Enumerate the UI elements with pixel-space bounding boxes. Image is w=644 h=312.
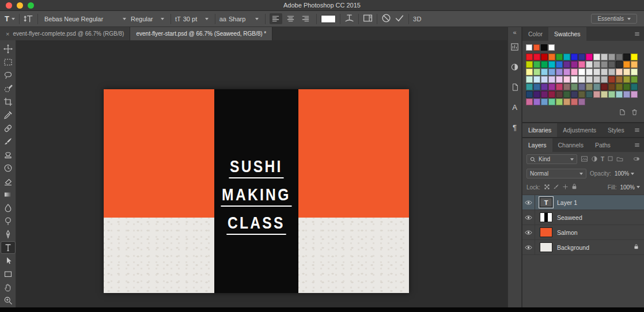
color-swatch[interactable] — [556, 98, 563, 105]
eyedropper-tool[interactable] — [1, 109, 16, 121]
tab-event-flyer-complete[interactable]: × event-flyer-complete.psd @ 66.7% (RGB/… — [0, 27, 130, 40]
tab-swatches[interactable]: Swatches — [548, 27, 586, 41]
color-swatch[interactable] — [571, 69, 578, 75]
color-swatch[interactable] — [563, 69, 570, 75]
color-swatch[interactable] — [623, 69, 630, 75]
color-swatch[interactable] — [586, 61, 593, 68]
tab-libraries[interactable]: Libraries — [522, 123, 557, 137]
color-swatch[interactable] — [541, 54, 548, 60]
gradient-tool[interactable] — [1, 188, 16, 201]
layer-name[interactable]: Salmon — [557, 229, 644, 236]
panel-menu-icon[interactable] — [630, 27, 644, 41]
opacity-control[interactable]: 100% — [615, 170, 635, 177]
color-swatch[interactable] — [631, 61, 638, 68]
color-swatch[interactable] — [548, 61, 555, 68]
lasso-tool[interactable] — [1, 69, 16, 82]
color-swatch[interactable] — [533, 98, 540, 105]
color-swatch[interactable] — [608, 54, 615, 60]
color-swatch[interactable] — [578, 69, 585, 75]
color-swatch[interactable] — [616, 69, 623, 75]
toggle-panels-button[interactable] — [363, 13, 373, 24]
font-style-select[interactable]: Regular — [128, 14, 166, 24]
font-size-select[interactable]: 30 pt — [181, 14, 211, 24]
color-swatch[interactable] — [556, 69, 563, 75]
3d-button[interactable]: 3D — [413, 16, 422, 22]
zoom-tool[interactable] — [1, 294, 16, 307]
color-swatch[interactable] — [616, 91, 623, 98]
workspace-switcher[interactable]: Essentials — [591, 14, 637, 24]
color-swatch[interactable] — [623, 61, 630, 68]
tool-preset-picker[interactable]: T — [5, 14, 15, 23]
tab-paths[interactable]: Paths — [589, 138, 616, 152]
color-swatch[interactable] — [578, 83, 585, 90]
color-swatch[interactable] — [616, 54, 623, 60]
cancel-edits-button[interactable] — [381, 13, 391, 24]
color-swatch[interactable] — [586, 54, 593, 60]
color-swatch[interactable] — [556, 83, 563, 90]
layer-thumbnail-salmon[interactable] — [540, 227, 552, 237]
visibility-toggle[interactable] — [522, 225, 535, 239]
color-swatch[interactable] — [601, 76, 608, 83]
color-swatch[interactable] — [526, 76, 533, 83]
visibility-toggle[interactable] — [522, 210, 535, 225]
color-swatch[interactable] — [548, 54, 555, 60]
layer-row-salmon[interactable]: Salmon — [522, 225, 644, 240]
lock-all-icon[interactable] — [571, 183, 577, 191]
color-swatch[interactable] — [563, 98, 570, 105]
paragraph-panel-icon[interactable]: ¶ — [509, 121, 521, 134]
color-swatch[interactable] — [623, 54, 630, 60]
type-tool[interactable] — [1, 241, 16, 254]
color-swatch[interactable] — [526, 98, 533, 105]
color-swatch[interactable] — [541, 69, 548, 75]
text-color-swatch[interactable] — [321, 15, 336, 23]
filter-type-layers-icon[interactable]: T — [601, 156, 604, 162]
color-swatch[interactable] — [541, 83, 548, 90]
color-swatch[interactable] — [593, 83, 600, 90]
color-swatch[interactable] — [593, 69, 600, 75]
color-swatch[interactable] — [571, 54, 578, 60]
quick-selection-tool[interactable] — [1, 82, 16, 95]
color-swatch[interactable] — [526, 44, 532, 51]
color-swatch[interactable] — [563, 76, 570, 83]
color-swatch[interactable] — [623, 76, 630, 83]
color-swatch[interactable] — [548, 98, 555, 105]
color-swatch[interactable] — [563, 91, 570, 98]
path-selection-tool[interactable] — [1, 254, 16, 267]
color-swatch[interactable] — [578, 54, 585, 60]
panel-menu-icon[interactable] — [630, 138, 644, 152]
filter-kind-select[interactable]: Kind — [526, 154, 577, 164]
color-swatch[interactable] — [601, 83, 608, 90]
color-swatch[interactable] — [601, 69, 608, 75]
eraser-tool[interactable] — [1, 175, 16, 188]
spot-healing-brush-tool[interactable] — [1, 122, 16, 135]
color-swatch[interactable] — [586, 83, 593, 90]
layer-thumbnail-seaweed[interactable] — [540, 212, 552, 222]
color-swatch[interactable] — [541, 61, 548, 68]
clone-source-panel-icon[interactable] — [509, 81, 521, 93]
hand-tool[interactable] — [1, 281, 16, 294]
filter-adjustment-layers-icon[interactable] — [591, 155, 598, 163]
align-left-button[interactable] — [270, 13, 282, 24]
color-swatch[interactable] — [526, 91, 533, 98]
canvas-area[interactable]: SUSHI MAKING CLASS — [17, 40, 507, 307]
color-swatch[interactable] — [586, 91, 593, 98]
blend-mode-select[interactable]: Normal — [526, 169, 586, 178]
warp-text-button[interactable] — [344, 13, 354, 24]
color-swatch[interactable] — [623, 91, 630, 98]
color-swatch[interactable] — [533, 91, 540, 98]
color-swatch[interactable] — [593, 54, 600, 60]
color-swatch[interactable] — [631, 76, 638, 83]
align-right-button[interactable] — [300, 13, 312, 24]
color-swatch[interactable] — [608, 83, 615, 90]
color-swatch[interactable] — [586, 76, 593, 83]
color-swatch[interactable] — [571, 83, 578, 90]
clone-stamp-tool[interactable] — [1, 149, 16, 161]
color-swatch[interactable] — [601, 54, 608, 60]
blur-tool[interactable] — [1, 201, 16, 214]
adjustments-panel-icon[interactable] — [509, 60, 521, 73]
color-swatch[interactable] — [578, 61, 585, 68]
lock-pixels-icon[interactable] — [553, 184, 559, 191]
color-swatch[interactable] — [533, 44, 540, 51]
color-swatch[interactable] — [608, 69, 615, 75]
color-swatch[interactable] — [541, 91, 548, 98]
